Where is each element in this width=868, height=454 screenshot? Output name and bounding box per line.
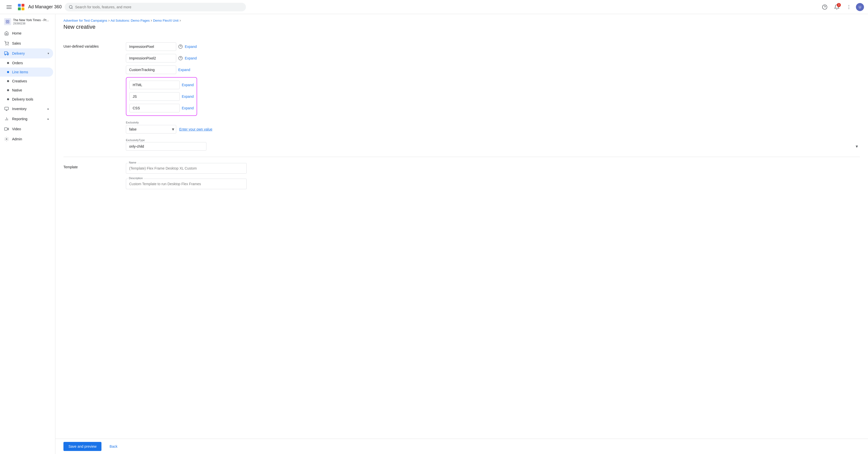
breadcrumb-item-3[interactable]: Demo FlexXl Unit bbox=[153, 19, 179, 22]
search-input[interactable] bbox=[75, 5, 242, 9]
main-container: The New York Times - Pr... 29390238 Home… bbox=[0, 14, 868, 454]
var-input-css[interactable] bbox=[129, 104, 180, 112]
template-name-label: Name bbox=[128, 161, 137, 164]
svg-line-5 bbox=[72, 8, 72, 8]
menu-button[interactable] bbox=[4, 2, 14, 12]
exclusivity-type-label: ExclusivityType bbox=[126, 139, 860, 142]
sidebar-item-admin[interactable]: Admin bbox=[0, 134, 53, 144]
variable-row-html: Expand bbox=[129, 81, 194, 89]
sidebar-item-delivery[interactable]: Delivery ▾ bbox=[0, 48, 53, 58]
home-label: Home bbox=[12, 31, 22, 35]
sidebar-item-home[interactable]: Home bbox=[0, 28, 53, 38]
delivery-tools-dot bbox=[7, 98, 9, 100]
svg-point-15 bbox=[6, 45, 6, 45]
inventory-icon bbox=[4, 106, 9, 111]
template-name-input[interactable] bbox=[126, 163, 247, 174]
exclusivity-select[interactable]: false true bbox=[126, 125, 176, 134]
help-icon bbox=[822, 4, 828, 10]
template-description-label: Description bbox=[128, 177, 144, 180]
help-button[interactable] bbox=[820, 2, 830, 12]
svg-rect-20 bbox=[5, 107, 8, 110]
highlighted-variable-group: Expand Expand Expand bbox=[126, 77, 197, 116]
more-options-button[interactable] bbox=[844, 2, 854, 12]
variable-row-2: Expand bbox=[126, 54, 860, 62]
bottom-bar: Save and preview Back bbox=[55, 438, 868, 454]
template-description-input[interactable] bbox=[126, 179, 247, 189]
exclusivity-type-chevron-icon: ▾ bbox=[856, 144, 858, 149]
help-icon-2[interactable] bbox=[178, 56, 183, 60]
hamburger-icon bbox=[4, 3, 13, 11]
expand-link-css[interactable]: Expand bbox=[182, 106, 194, 110]
var-input-html[interactable] bbox=[129, 81, 180, 89]
content-area: Advertiser for Test Campaigns › Ad Solut… bbox=[55, 14, 868, 454]
video-icon bbox=[4, 126, 9, 132]
sidebar-item-line-items[interactable]: Line items bbox=[0, 67, 53, 77]
breadcrumb-item-1[interactable]: Advertiser for Test Campaigns bbox=[63, 19, 107, 22]
sidebar-item-native[interactable]: Native bbox=[0, 86, 53, 95]
google-logo bbox=[17, 3, 25, 11]
creatives-label: Creatives bbox=[12, 79, 27, 83]
svg-rect-27 bbox=[4, 128, 7, 131]
sidebar-item-delivery-tools[interactable]: Delivery tools bbox=[0, 95, 53, 104]
var-input-1[interactable] bbox=[126, 42, 176, 51]
svg-rect-14 bbox=[6, 22, 7, 23]
variable-row-js: Expand bbox=[129, 92, 194, 101]
expand-link-3[interactable]: Expand bbox=[178, 68, 190, 72]
sidebar: The New York Times - Pr... 29390238 Home… bbox=[0, 14, 55, 454]
var-input-js[interactable] bbox=[129, 92, 180, 101]
svg-point-8 bbox=[848, 5, 849, 6]
expand-link-2[interactable]: Expand bbox=[185, 56, 196, 60]
org-id: 29390238 bbox=[13, 22, 49, 25]
enter-own-value-link[interactable]: Enter your own value bbox=[179, 127, 213, 131]
variable-row-3: Expand bbox=[126, 65, 860, 74]
back-button[interactable]: Back bbox=[104, 442, 122, 451]
sidebar-item-reporting[interactable]: Reporting ▸ bbox=[0, 114, 53, 124]
orders-dot bbox=[7, 62, 9, 64]
exclusivity-type-select-wrapper: only-child parent child ▾ bbox=[126, 142, 860, 151]
expand-link-1[interactable]: Expand bbox=[185, 45, 196, 49]
exclusivity-select-wrapper: false true ▾ bbox=[126, 125, 176, 134]
sidebar-item-orders[interactable]: Orders bbox=[0, 58, 53, 67]
svg-point-10 bbox=[848, 8, 849, 9]
notification-badge: 3 bbox=[837, 3, 841, 7]
var-input-3[interactable] bbox=[126, 65, 176, 74]
breadcrumb-sep-1: › bbox=[108, 18, 110, 23]
template-name-container: Name bbox=[126, 163, 860, 174]
notifications-button[interactable]: 3 bbox=[832, 2, 842, 12]
search-icon bbox=[69, 5, 73, 9]
exclusivity-container: Exclusivity false true ▾ Enter your own … bbox=[126, 121, 860, 134]
svg-point-28 bbox=[6, 139, 7, 140]
svg-rect-17 bbox=[4, 52, 7, 54]
template-description-container: Description bbox=[126, 179, 860, 189]
sidebar-item-sales[interactable]: Sales bbox=[0, 38, 53, 48]
svg-rect-2 bbox=[18, 7, 21, 10]
home-icon bbox=[4, 31, 9, 36]
line-items-dot bbox=[7, 71, 9, 73]
sidebar-item-creatives[interactable]: Creatives bbox=[0, 77, 53, 86]
exclusivity-type-container: ExclusivityType only-child parent child … bbox=[126, 139, 860, 151]
sidebar-item-inventory[interactable]: Inventory ▸ bbox=[0, 104, 53, 114]
creatives-dot bbox=[7, 80, 9, 82]
expand-link-html[interactable]: Expand bbox=[182, 83, 194, 87]
exclusivity-type-select[interactable]: only-child parent child bbox=[126, 142, 207, 151]
breadcrumb: Advertiser for Test Campaigns › Ad Solut… bbox=[63, 18, 860, 23]
avatar[interactable]: U bbox=[856, 3, 864, 11]
svg-rect-0 bbox=[18, 4, 21, 6]
inventory-label: Inventory bbox=[12, 107, 27, 111]
video-label: Video bbox=[12, 127, 21, 131]
inventory-chevron: ▸ bbox=[48, 107, 49, 111]
help-icon-1[interactable] bbox=[178, 44, 183, 49]
template-section-label: Template bbox=[63, 163, 114, 189]
search-bar[interactable] bbox=[65, 3, 246, 11]
expand-link-js[interactable]: Expand bbox=[182, 94, 194, 98]
org-info: The New York Times - Pr... 29390238 bbox=[0, 16, 55, 28]
variable-row-1: Expand bbox=[126, 42, 860, 51]
breadcrumb-item-2[interactable]: Ad Solutions: Demo Pages bbox=[111, 19, 150, 22]
var-input-2[interactable] bbox=[126, 54, 176, 62]
save-and-preview-button[interactable]: Save and preview bbox=[63, 442, 101, 451]
content-header: Advertiser for Test Campaigns › Ad Solut… bbox=[55, 14, 868, 34]
section-label-udv: User-defined variables bbox=[63, 42, 114, 151]
template-fields: Name Description bbox=[126, 163, 860, 189]
sidebar-item-video[interactable]: Video bbox=[0, 124, 53, 134]
breadcrumb-sep-3: › bbox=[180, 18, 181, 23]
